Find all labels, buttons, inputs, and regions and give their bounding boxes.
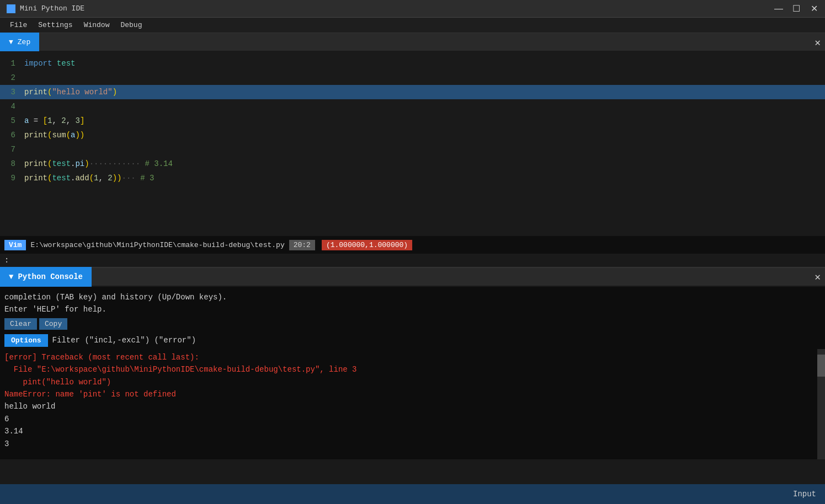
tab-arrow: ▼ — [9, 38, 13, 46]
menu-window[interactable]: Window — [78, 19, 115, 31]
code-line-9: 9 print(test.add(1, 2))··· # 3 — [0, 171, 825, 185]
line-num-7: 7 — [0, 145, 24, 154]
console-hints: completion (TAB key) and history (Up/Dow… — [0, 287, 825, 316]
line-num-6: 6 — [0, 131, 24, 140]
console-output[interactable]: [error] Traceback (most recent call last… — [0, 349, 825, 459]
line-content-1: import test — [24, 59, 75, 68]
console-hint-1: completion (TAB key) and history (Up/Dow… — [4, 291, 821, 303]
line-num-3: 3 — [0, 88, 24, 96]
status-coords: (1.000000,1.000000) — [322, 240, 412, 250]
console-input[interactable] — [4, 490, 821, 498]
console-input-label: Input — [793, 490, 816, 498]
line-num-9: 9 — [0, 174, 24, 183]
console-tab-label: Python Console — [18, 272, 83, 281]
copy-button[interactable]: Copy — [39, 318, 67, 330]
line-num-2: 2 — [0, 73, 24, 82]
code-line-8: 8 print(test.pi)··········· # 3.14 — [0, 157, 825, 171]
console-output-3: 3.14 — [4, 425, 821, 437]
line-content-3: print("hello world") — [24, 88, 117, 96]
menu-bar: File Settings Window Debug — [0, 18, 825, 33]
console-output-1: hello world — [4, 400, 821, 412]
console-section: ▼ Python Console ✕ completion (TAB key) … — [0, 267, 825, 504]
command-line: : — [0, 254, 825, 267]
console-error-1: [error] Traceback (most recent call last… — [4, 351, 821, 363]
console-tab-bar: ▼ Python Console ✕ — [0, 267, 825, 287]
options-button[interactable]: Options — [4, 334, 48, 347]
code-line-6: 6 print(sum(a)) — [0, 128, 825, 142]
main-container: ▼ Zep ✕ 1 import test 2 3 print("hello w… — [0, 33, 825, 504]
editor-tab-zep[interactable]: ▼ Zep — [0, 33, 39, 51]
console-error-4: NameError: name 'pint' is not defined — [4, 388, 821, 400]
line-num-8: 8 — [0, 159, 24, 168]
maximize-button[interactable]: ☐ — [790, 2, 803, 15]
menu-debug[interactable]: Debug — [115, 19, 147, 31]
menu-settings[interactable]: Settings — [33, 19, 78, 31]
status-position: 20:2 — [289, 240, 315, 250]
filter-text: Filter ("incl,-excl") ("error") — [52, 336, 196, 345]
console-tab-arrow: ▼ — [9, 272, 13, 281]
window-controls: — ☐ ✕ — [772, 2, 821, 15]
line-content-6: print(sum(a)) — [24, 131, 84, 140]
command-prompt: : — [4, 256, 9, 265]
line-num-4: 4 — [0, 102, 24, 111]
console-error-3: pint("hello world") — [4, 376, 821, 388]
code-line-1: 1 import test — [0, 56, 825, 71]
console-options-row: Options Filter ("incl,-excl") ("error") — [0, 332, 825, 349]
code-line-5: 5 a = [1, 2, 3] — [0, 114, 825, 128]
console-tab[interactable]: ▼ Python Console — [0, 267, 92, 287]
app-icon — [7, 4, 15, 13]
console-hint-2: Enter 'HELP' for help. — [4, 303, 821, 315]
editor-tab-close-button[interactable]: ✕ — [815, 33, 821, 52]
line-num-1: 1 — [0, 59, 24, 68]
code-line-3: 3 print("hello world") — [0, 85, 825, 99]
console-buttons-row: Clear Copy — [0, 316, 825, 332]
code-line-2: 2 — [0, 71, 825, 85]
title-bar: Mini Python IDE — ☐ ✕ — [0, 0, 825, 18]
editor-area[interactable]: 1 import test 2 3 print("hello world") 4… — [0, 52, 825, 236]
clear-button[interactable]: Clear — [4, 318, 37, 330]
close-button[interactable]: ✕ — [807, 2, 821, 15]
app-title: Mini Python IDE — [20, 4, 84, 13]
editor-section: ▼ Zep ✕ 1 import test 2 3 print("hello w… — [0, 33, 825, 267]
line-content-9: print(test.add(1, 2))··· # 3 — [24, 174, 154, 183]
line-content-8: print(test.pi)··········· # 3.14 — [24, 159, 173, 168]
console-error-2: File "E:\workspace\github\MiniPythonIDE\… — [4, 363, 821, 376]
tab-label: Zep — [18, 38, 30, 46]
minimize-button[interactable]: — — [772, 2, 785, 15]
line-num-5: 5 — [0, 116, 24, 125]
code-line-4: 4 — [0, 99, 825, 114]
vim-badge: Vim — [4, 240, 26, 250]
status-path: E:\workspace\github\MiniPythonIDE\cmake-… — [30, 241, 284, 249]
console-input-bar: Input — [0, 484, 825, 504]
code-line-7: 7 — [0, 142, 825, 157]
menu-file[interactable]: File — [4, 19, 33, 31]
scrollbar-thumb[interactable] — [817, 355, 825, 377]
status-bar: Vim E:\workspace\github\MiniPythonIDE\cm… — [0, 236, 825, 254]
scrollbar[interactable] — [817, 349, 825, 459]
console-close-button[interactable]: ✕ — [815, 267, 821, 287]
console-output-4: 3 — [4, 438, 821, 450]
line-content-5: a = [1, 2, 3] — [24, 116, 84, 125]
editor-tab-bar: ▼ Zep ✕ — [0, 33, 825, 52]
console-output-2: 6 — [4, 413, 821, 425]
